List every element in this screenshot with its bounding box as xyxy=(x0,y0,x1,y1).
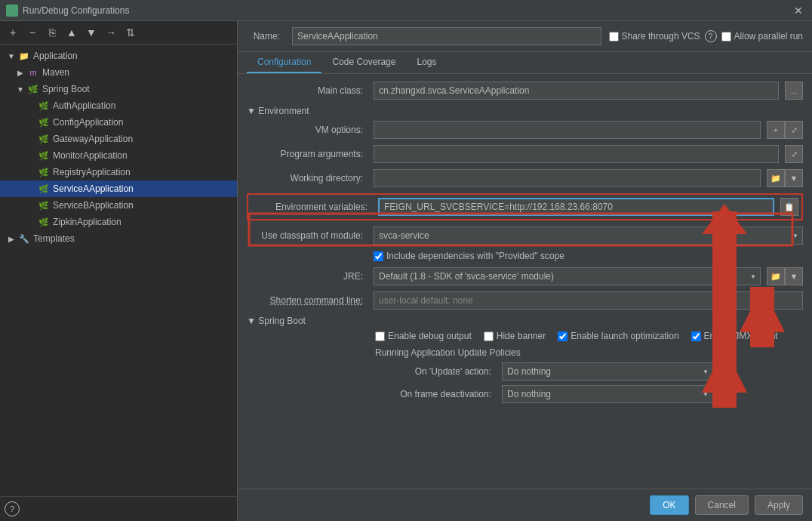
registryapp-label: RegistryApplication xyxy=(53,167,131,177)
hide-banner-label[interactable]: Hide banner xyxy=(484,331,546,341)
vm-options-input[interactable] xyxy=(374,121,761,139)
help-icon-sidebar[interactable]: ? xyxy=(5,501,20,516)
vcs-help-icon[interactable]: ? xyxy=(705,30,717,42)
servicebapp-icon: 🌿 xyxy=(38,199,50,211)
app-icon xyxy=(6,5,18,17)
arrow-springboot: ▼ xyxy=(15,84,26,94)
include-deps-label[interactable]: Include dependencies with "Provided" sco… xyxy=(374,251,564,261)
apply-button[interactable]: Apply xyxy=(755,495,803,515)
springboot-label: Spring Boot xyxy=(42,84,90,94)
on-update-label: On 'Update' action: xyxy=(375,366,496,377)
tab-logs[interactable]: Logs xyxy=(406,52,447,73)
on-frame-help-icon[interactable]: ? xyxy=(719,388,731,400)
enable-jmx-label[interactable]: Enable JMX agent xyxy=(691,331,778,341)
sidebar-item-monitorapp[interactable]: ▶ 🌿 MonitorApplication xyxy=(0,147,237,164)
on-update-select[interactable]: Do nothing Hot swap classes xyxy=(502,362,713,381)
parallel-checkbox[interactable] xyxy=(721,32,731,42)
enable-launch-label[interactable]: Enable launch optimization xyxy=(558,331,678,341)
folder-icon: 📁 xyxy=(18,50,30,62)
sort-button[interactable]: ⇅ xyxy=(122,24,139,41)
jre-select[interactable]: Default (1.8 - SDK of 'svca-service' mod… xyxy=(374,267,761,285)
parallel-checkbox-label[interactable]: Allow parallel run xyxy=(721,31,803,42)
env-vars-row: Environment variables: 📋 xyxy=(247,193,803,220)
env-vars-edit-button[interactable]: 📋 xyxy=(780,198,798,216)
arrow-maven: ▶ xyxy=(15,67,26,78)
classpath-label: Use classpath of module: xyxy=(247,230,368,241)
on-frame-select[interactable]: Do nothing xyxy=(502,385,713,403)
sidebar-item-registryapp[interactable]: ▶ 🌿 RegistryApplication xyxy=(0,164,237,180)
sidebar-item-configapp[interactable]: ▶ 🌿 ConfigApplication xyxy=(0,114,237,131)
sidebar-item-authapp[interactable]: ▶ 🌿 AuthApplication xyxy=(0,97,237,114)
working-dir-input[interactable] xyxy=(374,169,761,187)
vcs-area: Share through VCS ? Allow parallel run xyxy=(609,30,803,42)
shorten-cmd-row: Shorten command line: xyxy=(247,291,803,310)
enable-debug-checkbox[interactable] xyxy=(375,331,385,341)
include-deps-checkbox[interactable] xyxy=(374,251,383,261)
on-update-help-icon[interactable]: ? xyxy=(719,365,731,378)
sidebar-item-application[interactable]: ▼ 📁 Application xyxy=(0,48,237,64)
jre-dropdown-button[interactable]: ▼ xyxy=(785,267,803,285)
monitorapp-icon: 🌿 xyxy=(38,150,50,162)
zipkinapp-icon: 🌿 xyxy=(38,216,50,228)
hide-banner-checkbox[interactable] xyxy=(484,331,494,341)
sidebar-item-gatewayapp[interactable]: ▶ 🌿 GatewayApplication xyxy=(0,131,237,147)
window-title: Run/Debug Configurations xyxy=(23,5,791,16)
tab-configuration[interactable]: Configuration xyxy=(247,52,321,73)
program-args-input[interactable] xyxy=(374,145,779,163)
right-panel: Name: Share through VCS ? Allow parallel… xyxy=(238,21,812,521)
program-args-label: Program arguments: xyxy=(247,149,368,159)
name-input[interactable] xyxy=(292,27,601,45)
share-vcs-checkbox-label[interactable]: Share through VCS xyxy=(609,31,700,42)
working-dir-dropdown-button[interactable]: ▼ xyxy=(785,169,803,187)
spring-boot-label: ▼ Spring Boot xyxy=(247,316,306,326)
tab-code-coverage[interactable]: Code Coverage xyxy=(321,52,406,73)
classpath-select[interactable]: svca-service xyxy=(374,227,803,245)
working-dir-folder-button[interactable]: 📁 xyxy=(767,169,785,187)
move-to-button[interactable]: → xyxy=(103,24,119,41)
main-class-browse-button[interactable]: ... xyxy=(785,82,803,100)
authapp-icon: 🌿 xyxy=(38,100,50,112)
zipkinapp-label: ZipkinApplication xyxy=(53,217,121,227)
enable-debug-label[interactable]: Enable debug output xyxy=(375,331,472,341)
ok-button[interactable]: OK xyxy=(650,495,688,515)
shorten-cmd-input[interactable] xyxy=(374,291,803,310)
close-button[interactable]: ✕ xyxy=(791,5,806,17)
enable-jmx-checkbox[interactable] xyxy=(691,331,701,341)
sidebar-item-serviceaapp[interactable]: ▶ 🌿 ServiceAApplication xyxy=(0,180,237,197)
enable-jmx-text: Enable JMX agent xyxy=(704,331,778,341)
move-down-button[interactable]: ▼ xyxy=(83,24,100,41)
copy-config-button[interactable]: ⎘ xyxy=(44,24,60,41)
sidebar-item-zipkinapp[interactable]: ▶ 🌿 ZipkinApplication xyxy=(0,214,237,230)
jre-row: JRE: Default (1.8 - SDK of 'svca-service… xyxy=(247,267,803,285)
cancel-button[interactable]: Cancel xyxy=(695,495,749,515)
vm-options-label: VM options: xyxy=(247,125,368,135)
sidebar-item-servicebapp[interactable]: ▶ 🌿 ServiceBApplication xyxy=(0,197,237,214)
env-vars-input[interactable] xyxy=(378,198,774,216)
share-vcs-checkbox[interactable] xyxy=(609,32,619,42)
running-policies-title: Running Application Update Policies xyxy=(375,347,803,358)
maven-label: Maven xyxy=(42,67,69,78)
jre-folder-button[interactable]: 📁 xyxy=(767,267,785,285)
sidebar-tree: ▼ 📁 Application ▶ m Maven ▼ 🌿 Spring Boo… xyxy=(0,45,237,496)
gatewayapp-icon: 🌿 xyxy=(38,133,50,145)
sidebar-item-springboot[interactable]: ▼ 🌿 Spring Boot xyxy=(0,81,237,97)
sidebar-item-templates[interactable]: ▶ 🔧 Templates xyxy=(0,230,237,247)
bottom-bar: OK Cancel Apply xyxy=(238,489,812,521)
enable-launch-checkbox[interactable] xyxy=(558,331,567,341)
include-deps-text: Include dependencies with "Provided" sco… xyxy=(386,251,564,261)
enable-debug-text: Enable debug output xyxy=(388,331,472,341)
sidebar-item-maven[interactable]: ▶ m Maven xyxy=(0,64,237,81)
main-class-input[interactable] xyxy=(374,82,779,100)
tabs-bar: Configuration Code Coverage Logs xyxy=(238,52,812,74)
move-up-button[interactable]: ▲ xyxy=(63,24,80,41)
jre-select-wrapper: Default (1.8 - SDK of 'svca-service' mod… xyxy=(374,267,761,285)
program-args-expand-button[interactable]: ⤢ xyxy=(785,145,803,163)
vm-options-row: VM options: + ⤢ xyxy=(247,121,803,139)
vm-options-expand-button[interactable]: ⤢ xyxy=(785,121,803,139)
add-config-button[interactable]: + xyxy=(5,24,21,41)
vm-options-add-button[interactable]: + xyxy=(767,121,785,139)
spring-icon: 🌿 xyxy=(27,83,39,95)
classpath-select-wrapper: svca-service xyxy=(374,227,803,245)
registryapp-icon: 🌿 xyxy=(38,166,50,178)
remove-config-button[interactable]: − xyxy=(24,24,41,41)
